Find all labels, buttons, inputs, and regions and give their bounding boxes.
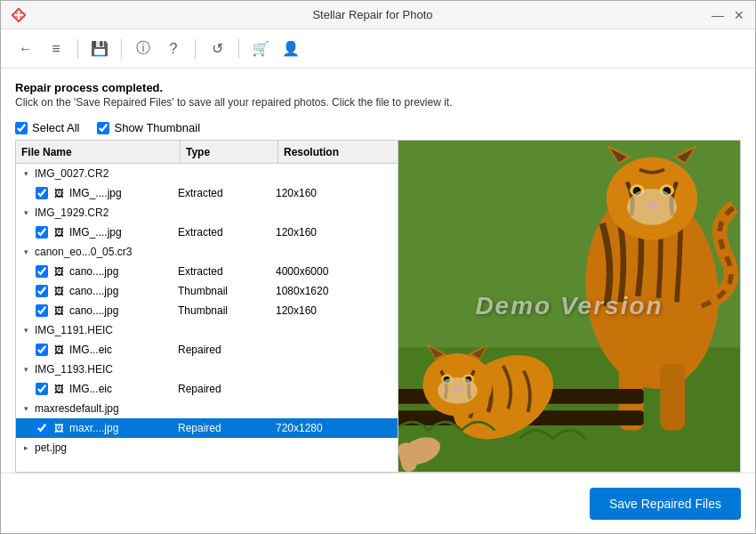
status-message: Repair process completed. Click on the '…: [15, 81, 741, 109]
save-repaired-button[interactable]: Save Repaired Files: [590, 488, 741, 520]
toolbar-separator-4: [238, 39, 239, 59]
status-sub: Click on the 'Save Repaired Files' to sa…: [15, 96, 741, 109]
file-icon: 🖼: [52, 382, 66, 396]
refresh-button[interactable]: ↺: [205, 36, 229, 61]
list-item[interactable]: 🖼 maxr....jpg Repaired 720x1280: [16, 418, 398, 438]
list-item[interactable]: 🖼 cano....jpg Thumbnail 1080x1620: [16, 281, 398, 301]
split-area: File Name Type Resolution ▾ IMG_0027.CR2…: [15, 140, 741, 473]
file-checkbox[interactable]: [36, 285, 48, 297]
minimize-button[interactable]: —: [711, 8, 725, 22]
file-icon: 🖼: [52, 225, 66, 239]
app-icon: [10, 6, 28, 24]
group-pet: ▸ pet.jpg: [16, 438, 398, 457]
file-checkbox[interactable]: [36, 422, 48, 434]
expand-icon-img1193: ▾: [20, 363, 32, 376]
col-filename-header: File Name: [16, 141, 181, 163]
show-thumbnail-text: Show Thumbnail: [114, 121, 200, 134]
info-button[interactable]: ⓘ: [131, 36, 156, 61]
file-icon: 🖼: [52, 343, 66, 357]
toolbar-separator-3: [195, 39, 196, 59]
back-button[interactable]: ←: [13, 36, 38, 61]
group-img0027: ▾ IMG_0027.CR2 🖼 IMG_....jpg Extracted 1…: [16, 164, 398, 203]
main-window: Stellar Repair for Photo — ✕ ← ≡ 💾 ⓘ ? ↺…: [0, 0, 756, 534]
svg-point-33: [438, 377, 478, 404]
file-icon: 🖼: [52, 303, 66, 318]
select-all-label[interactable]: Select All: [15, 121, 79, 134]
group-row-img1193[interactable]: ▾ IMG_1193.HEIC: [16, 360, 398, 379]
file-list-body[interactable]: ▾ IMG_0027.CR2 🖼 IMG_....jpg Extracted 1…: [16, 164, 398, 472]
toolbar: ← ≡ 💾 ⓘ ? ↺ 🛒 👤: [1, 29, 755, 69]
window-title: Stellar Repair for Photo: [35, 8, 711, 21]
group-img1191: ▾ IMG_1191.HEIC 🖼 IMG...eic Repaired: [16, 320, 398, 360]
expand-icon-img0027: ▾: [20, 167, 32, 180]
col-resolution-header: Resolution: [278, 141, 398, 163]
file-checkbox[interactable]: [36, 344, 48, 356]
expand-icon-canon: ▾: [20, 246, 32, 258]
toolbar-separator-1: [77, 39, 78, 59]
bottom-bar: Save Repaired Files: [1, 473, 755, 533]
group-row-img0027[interactable]: ▾ IMG_0027.CR2: [16, 164, 398, 183]
group-img1929: ▾ IMG_1929.CR2 🖼 IMG_....jpg Extracted 1…: [16, 203, 398, 242]
file-icon: 🖼: [52, 421, 66, 435]
expand-icon-maxres: ▾: [20, 402, 32, 415]
file-checkbox[interactable]: [36, 187, 48, 199]
group-row-img1191[interactable]: ▾ IMG_1191.HEIC: [16, 320, 398, 340]
group-row-canon[interactable]: ▾ canon_eo...0_05.cr3: [16, 242, 398, 262]
col-type-header: Type: [181, 141, 278, 163]
svg-point-17: [627, 189, 677, 225]
window-controls: — ✕: [711, 8, 746, 22]
group-row-pet[interactable]: ▸ pet.jpg: [16, 438, 398, 457]
list-item[interactable]: 🖼 IMG...eic Repaired: [16, 379, 398, 399]
expand-icon-img1929: ▾: [20, 206, 32, 219]
list-item[interactable]: 🖼 IMG_....jpg Extracted 120x160: [16, 183, 398, 203]
select-all-checkbox[interactable]: [15, 122, 28, 134]
file-list-panel: File Name Type Resolution ▾ IMG_0027.CR2…: [16, 141, 398, 472]
help-button[interactable]: ?: [161, 36, 186, 61]
save-toolbar-button[interactable]: 💾: [87, 36, 112, 61]
list-item[interactable]: 🖼 IMG...eic Repaired: [16, 340, 398, 360]
file-checkbox[interactable]: [36, 226, 48, 239]
list-item[interactable]: 🖼 cano....jpg Extracted 4000x6000: [16, 262, 398, 281]
file-icon: 🖼: [52, 186, 66, 200]
options-bar: Select All Show Thumbnail: [15, 121, 741, 134]
file-icon: 🖼: [52, 284, 66, 298]
preview-panel: Demo Version: [398, 141, 740, 472]
svg-rect-19: [660, 364, 685, 430]
file-checkbox[interactable]: [36, 383, 48, 395]
group-maxres: ▾ maxresdefault.jpg 🖼 maxr....jpg Repair…: [16, 399, 398, 438]
file-checkbox[interactable]: [36, 304, 48, 317]
show-thumbnail-label[interactable]: Show Thumbnail: [97, 121, 200, 134]
show-thumbnail-checkbox[interactable]: [97, 122, 109, 134]
status-bold: Repair process completed.: [15, 81, 741, 94]
file-icon: 🖼: [52, 264, 66, 279]
list-item[interactable]: 🖼 cano....jpg Thumbnail 120x160: [16, 301, 398, 320]
user-button[interactable]: 👤: [278, 36, 303, 61]
group-img1193: ▾ IMG_1193.HEIC 🖼 IMG...eic Repaired: [16, 360, 398, 399]
group-row-img1929[interactable]: ▾ IMG_1929.CR2: [16, 203, 398, 222]
menu-button[interactable]: ≡: [44, 36, 68, 61]
close-button[interactable]: ✕: [732, 8, 746, 22]
list-item[interactable]: 🖼 IMG_....jpg Extracted 120x160: [16, 222, 398, 242]
file-checkbox[interactable]: [36, 265, 48, 278]
content-area: Repair process completed. Click on the '…: [1, 69, 755, 473]
cart-button[interactable]: 🛒: [248, 36, 273, 61]
title-bar: Stellar Repair for Photo — ✕: [1, 1, 755, 29]
group-canon: ▾ canon_eo...0_05.cr3 🖼 cano....jpg Extr…: [16, 242, 398, 320]
expand-icon-img1191: ▾: [20, 324, 32, 336]
file-list-header: File Name Type Resolution: [16, 141, 398, 164]
group-row-maxres[interactable]: ▾ maxresdefault.jpg: [16, 399, 398, 418]
select-all-text: Select All: [32, 121, 79, 134]
toolbar-separator-2: [121, 39, 122, 59]
expand-icon-pet: ▸: [20, 441, 32, 454]
